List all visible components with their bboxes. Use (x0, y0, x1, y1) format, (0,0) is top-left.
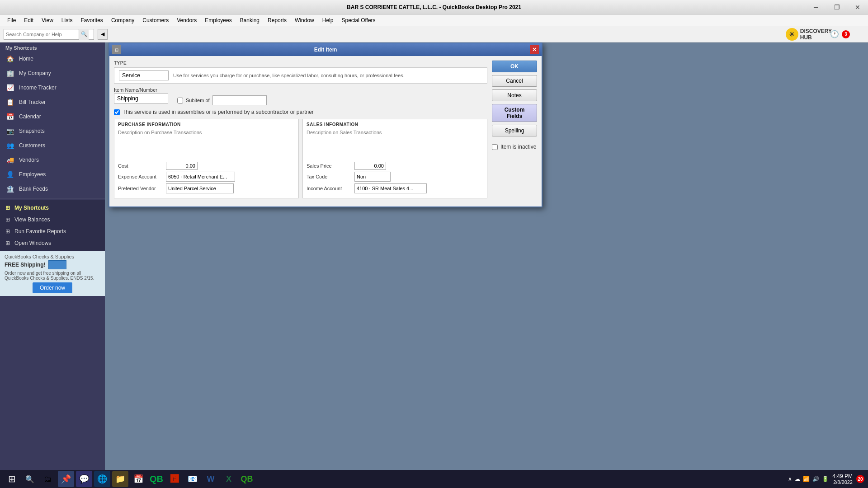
run-reports-button[interactable]: ⊞ Run Favorite Reports (0, 225, 105, 237)
open-windows-button[interactable]: ⊞ Open Windows (0, 237, 105, 249)
minimize-button[interactable]: ─ (806, 0, 826, 14)
taskbar-excel[interactable]: X (221, 471, 237, 487)
sidebar-item-income-tracker[interactable]: 📈 Income Tracker (0, 80, 105, 95)
discovery-label: DISCOVERYHUB (800, 28, 832, 41)
item-inactive-label: Item is inactive (500, 144, 536, 150)
taskbar-search-button[interactable]: 🔍 (22, 471, 38, 487)
taskbar-outlook[interactable]: 📧 (184, 471, 201, 487)
taskbar-file-explorer[interactable]: 🗂 (40, 471, 56, 487)
menu-item-employees[interactable]: Employees (201, 16, 235, 25)
menu-item-banking[interactable]: Banking (236, 16, 263, 25)
menu-item-file[interactable]: File (4, 16, 19, 25)
subcontractor-checkbox[interactable] (114, 109, 120, 115)
tax-code-dropdown[interactable]: Non (354, 172, 391, 182)
cancel-button[interactable]: Cancel (492, 75, 537, 87)
sales-price-input[interactable] (354, 162, 386, 170)
view-balances-button[interactable]: ⊞ View Balances (0, 214, 105, 225)
subitem-dropdown[interactable] (212, 95, 267, 105)
time-date[interactable]: 4:49 PM 2/8/2022 (832, 473, 853, 485)
purchase-desc-textarea[interactable] (118, 130, 295, 157)
dialog-close-button[interactable]: ✕ (530, 45, 539, 54)
expense-account-dropdown[interactable]: 6050 · Retail Merchant E... (166, 172, 235, 182)
menu-item-lists[interactable]: Lists (58, 16, 76, 25)
subitem-checkbox[interactable] (177, 98, 183, 103)
window-controls: ─ ❐ ✕ (806, 0, 868, 14)
ad-headline: FREE Shipping! (5, 260, 100, 269)
subcontractor-label: This service is used in assemblies or is… (123, 109, 314, 115)
search-input[interactable] (4, 32, 79, 37)
taskbar-edge[interactable]: 🌐 (94, 471, 110, 487)
my-shortcuts-label: My Shortcuts (14, 205, 49, 211)
item-name-section: Item Name/Number Subitem of (114, 87, 487, 105)
sales-desc-textarea[interactable] (307, 130, 483, 157)
sidebar-item-employees[interactable]: 👤 Employees (0, 167, 105, 182)
start-button[interactable]: ⊞ (4, 471, 20, 487)
taskbar-pin[interactable]: 📌 (58, 471, 74, 487)
restore-button[interactable]: ❐ (826, 0, 847, 14)
taskbar-qb2[interactable]: QB (239, 471, 255, 487)
run-reports-icon: ⊞ (5, 228, 10, 235)
edit-item-dialog: ⊟ Edit Item ✕ TYPE Service Use for servi… (108, 42, 542, 207)
sidebar-item-calendar[interactable]: 📅 Calendar (0, 109, 105, 124)
calendar-icon: 📅 (5, 112, 14, 121)
menu-item-window[interactable]: Window (291, 16, 318, 25)
item-name-input[interactable] (114, 94, 168, 103)
back-button[interactable]: ◀ (98, 29, 108, 40)
clock-icon: 🕐 (830, 30, 839, 38)
item-inactive-checkbox[interactable] (492, 144, 498, 150)
taskbar-qb-green[interactable]: QB (148, 471, 165, 487)
expense-account-label: Expense Account (118, 174, 163, 179)
taskbar-explorer[interactable]: 📁 (112, 471, 128, 487)
spelling-button[interactable]: Spelling (492, 125, 537, 136)
sidebar-item-snapshots[interactable]: 📷 Snapshots (0, 124, 105, 138)
dialog-restore-button[interactable]: ⊟ (112, 45, 121, 54)
taskbar-qb-red[interactable]: 🅰 (166, 471, 183, 487)
item-name-group: Item Name/Number (114, 87, 168, 103)
taskbar-word[interactable]: W (203, 471, 219, 487)
notification-badge[interactable]: 3 (842, 30, 850, 38)
menu-item-edit[interactable]: Edit (20, 16, 37, 25)
sidebar-item-home[interactable]: 🏠 Home (0, 52, 105, 66)
type-row: Service Use for services you charge for … (114, 67, 487, 84)
type-label: TYPE (114, 61, 487, 66)
notes-button[interactable]: Notes (492, 89, 537, 101)
menu-item-view[interactable]: View (38, 16, 57, 25)
taskbar-teams[interactable]: 💬 (76, 471, 92, 487)
income-tracker-icon: 📈 (5, 83, 14, 92)
type-dropdown[interactable]: Service (119, 70, 169, 80)
menu-item-company[interactable]: Company (108, 16, 138, 25)
sidebar-item-customers[interactable]: 👥 Customers (0, 138, 105, 153)
tray-chevron[interactable]: ∧ (788, 476, 792, 482)
sidebar-item-label: Bill Tracker (19, 99, 46, 105)
sidebar-item-bank-feeds[interactable]: 🏦 Bank Feeds (0, 182, 105, 196)
my-shortcuts-button[interactable]: ⊞ My Shortcuts (0, 202, 105, 214)
sidebar-item-vendors[interactable]: 🚚 Vendors (0, 153, 105, 167)
menu-item-special-offers[interactable]: Special Offers (338, 16, 379, 25)
cost-row: Cost (118, 162, 295, 170)
close-button[interactable]: ✕ (847, 0, 868, 14)
menu-item-vendors[interactable]: Vendors (173, 16, 200, 25)
search-button[interactable]: 🔍 (79, 29, 89, 40)
cost-label: Cost (118, 163, 163, 169)
taskbar-calendar[interactable]: 📅 (130, 471, 146, 487)
custom-fields-button[interactable]: Custom Fields (492, 104, 537, 122)
ad-section-title: QuickBooks Checks & Supplies (5, 254, 100, 259)
date-display: 2/8/2022 (832, 479, 853, 485)
subcontractor-row: This service is used in assemblies or is… (114, 109, 487, 115)
ok-button[interactable]: OK (492, 61, 537, 72)
menu-item-customers[interactable]: Customers (139, 16, 172, 25)
purchase-info-col: PURCHASE INFORMATION Cost Expense Accoun… (114, 119, 299, 198)
menu-item-favorites[interactable]: Favorites (77, 16, 107, 25)
menu-item-reports[interactable]: Reports (264, 16, 290, 25)
menu-item-help[interactable]: Help (319, 16, 337, 25)
cost-input[interactable] (166, 162, 198, 170)
bank-feeds-icon: 🏦 (5, 184, 14, 193)
taskbar-badge[interactable]: 20 (856, 475, 864, 483)
content-area: ⊟ Edit Item ✕ TYPE Service Use for servi… (105, 42, 868, 470)
discovery-hub[interactable]: ☀ DISCOVERYHUB (786, 28, 832, 41)
sidebar-item-company[interactable]: 🏢 My Company (0, 66, 105, 80)
order-now-button[interactable]: Order now (33, 282, 72, 293)
sidebar-item-bill-tracker[interactable]: 📋 Bill Tracker (0, 95, 105, 109)
preferred-vendor-dropdown[interactable]: United Parcel Service (166, 183, 234, 193)
income-account-dropdown[interactable]: 4100 · SR Meat Sales 4... (354, 183, 427, 193)
